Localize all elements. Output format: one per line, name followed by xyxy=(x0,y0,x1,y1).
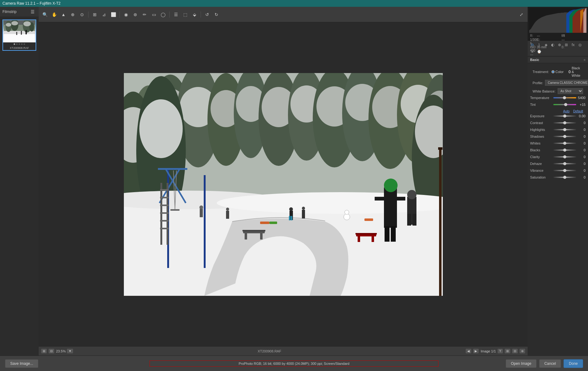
temperature-row: Temperature 5400 xyxy=(530,95,586,100)
radial-filter-button[interactable]: ◯ xyxy=(159,11,167,18)
masking-button[interactable]: ⬙ xyxy=(191,11,198,18)
contrast-slider[interactable] xyxy=(553,122,576,123)
vibrance-row: Vibrance0 xyxy=(530,168,586,173)
open-object-button[interactable]: ⬚ xyxy=(181,11,189,18)
save-image-button[interactable]: Save Image... xyxy=(5,359,38,368)
color-radio-option[interactable]: Color xyxy=(551,70,564,74)
saturation-row: Saturation0 xyxy=(530,175,586,180)
controls-area: Treatment: Color Black & White Profile: … xyxy=(528,63,588,356)
svg-point-74 xyxy=(345,210,349,214)
svg-rect-75 xyxy=(384,188,397,228)
section-title: Basic xyxy=(530,58,539,62)
view-mode-button[interactable]: Y xyxy=(498,349,503,353)
whites-slider[interactable] xyxy=(553,143,576,144)
svg-rect-58 xyxy=(439,149,442,296)
treatment-label: Treatment: xyxy=(533,70,549,74)
rotate-ccw-button[interactable]: ↺ xyxy=(203,11,211,18)
color-sampler-button[interactable]: ⊕ xyxy=(69,11,76,18)
exposure-slider[interactable] xyxy=(553,115,576,117)
highlights-slider[interactable] xyxy=(553,129,576,130)
temperature-slider[interactable] xyxy=(553,97,576,98)
image-counter: Image 1/1 xyxy=(481,349,496,353)
g-value: --- xyxy=(562,38,586,45)
preferences-button[interactable]: ☰ xyxy=(172,11,180,18)
brush-button[interactable]: ✏ xyxy=(141,11,148,18)
next-image-button[interactable]: ▶ xyxy=(473,349,479,353)
bottom-center: XT200908.RAF xyxy=(76,349,463,353)
blacks-slider[interactable] xyxy=(553,149,576,151)
svg-rect-79 xyxy=(385,226,390,242)
histogram-canvas xyxy=(529,8,587,33)
vibrance-label: Vibrance xyxy=(530,169,553,172)
status-info-box: ProPhoto RGB; 16 bit; 6000 by 4000 (24.0… xyxy=(150,360,439,367)
auto-button[interactable]: Auto xyxy=(563,110,570,113)
highlights-row: Highlights0 xyxy=(530,127,586,132)
default-button[interactable]: Default xyxy=(573,110,583,113)
filmstrip-item[interactable]: XT200908.RAF xyxy=(2,19,36,51)
cancel-button[interactable]: Cancel xyxy=(539,359,561,368)
fill-screen-button[interactable]: ⊟ xyxy=(49,349,54,353)
svg-rect-83 xyxy=(407,214,411,226)
toolbar: 🔍 ✋ ▲ ⊕ ⊙ ⊞ ⊿ ⬜ ◉ ⊛ ✏ ▭ ◯ ☰ ⬚ ⬙ ↺ ↻ ⤢ xyxy=(39,7,528,22)
fullscreen-button[interactable]: ⤢ xyxy=(518,11,525,18)
filmstrip-menu-button[interactable]: ☰ xyxy=(29,8,36,15)
loupe-button[interactable]: ⊛ xyxy=(520,349,525,353)
svg-rect-55 xyxy=(355,233,377,235)
svg-point-68 xyxy=(289,207,293,211)
svg-point-73 xyxy=(344,214,350,220)
fit-screen-button[interactable]: ⊞ xyxy=(41,349,47,353)
zoom-control: 23.5% ▼ xyxy=(56,349,73,353)
svg-rect-49 xyxy=(245,233,247,239)
histogram-svg xyxy=(529,8,587,33)
whites-label: Whites xyxy=(530,141,553,145)
bw-radio-option[interactable]: Black & White xyxy=(568,66,583,77)
aperture-value: f/8 xyxy=(562,34,586,37)
shadows-slider[interactable] xyxy=(553,136,576,137)
toolbar-separator-3 xyxy=(169,11,170,18)
filmstrip-dots xyxy=(3,42,36,46)
dehaze-slider[interactable] xyxy=(553,163,576,164)
transform-button[interactable]: ⬜ xyxy=(110,11,117,18)
done-button[interactable]: Done xyxy=(564,359,583,368)
svg-rect-65 xyxy=(226,211,229,219)
tint-slider[interactable] xyxy=(553,104,576,105)
profile-select[interactable]: Camera CLASSIC CHROME xyxy=(545,80,588,86)
section-menu-button[interactable]: ≡ xyxy=(584,58,586,62)
svg-rect-71 xyxy=(302,210,305,218)
bottom-left: ⊞ ⊟ 23.5% ▼ xyxy=(41,349,73,353)
saturation-slider[interactable] xyxy=(553,177,576,178)
zoom-value: 23.5% xyxy=(56,349,66,353)
zoom-dropdown-button[interactable]: ▼ xyxy=(67,349,73,353)
thumbnail-scene xyxy=(3,20,36,42)
saturation-label: Saturation xyxy=(530,175,553,179)
wb-select[interactable]: As Shot xyxy=(558,88,583,94)
title-bar: Camera Raw 11.2.1 – Fujifilm X-T2 xyxy=(0,0,588,7)
straighten-button[interactable]: ⊿ xyxy=(100,11,108,18)
open-image-button[interactable]: Open Image xyxy=(506,359,537,368)
blacks-row: Blacks0 xyxy=(530,148,586,153)
vibrance-slider[interactable] xyxy=(553,170,576,171)
wb-tool-button[interactable]: ▲ xyxy=(60,11,67,18)
hand-tool-button[interactable]: ✋ xyxy=(50,11,58,18)
grad-filter-button[interactable]: ▭ xyxy=(150,11,158,18)
vibrance-value: 0 xyxy=(576,169,586,172)
clarity-slider[interactable] xyxy=(553,156,576,157)
svg-rect-80 xyxy=(391,226,396,242)
compare-button[interactable]: ⊟ xyxy=(512,349,518,353)
spot-heal-button[interactable]: ⊛ xyxy=(132,11,139,18)
clarity-label: Clarity xyxy=(530,155,553,159)
dehaze-label: Dehaze xyxy=(530,162,553,166)
filename-display: XT200908.RAF xyxy=(258,349,281,353)
rotate-cw-button[interactable]: ↻ xyxy=(213,11,220,18)
prev-image-button[interactable]: ◀ xyxy=(466,349,471,353)
toolbar-separator-2 xyxy=(120,11,120,18)
zoom-tool-button[interactable]: 🔍 xyxy=(41,11,49,18)
grid-view-button[interactable]: ⊞ xyxy=(505,349,510,353)
redeye-button[interactable]: ◉ xyxy=(122,11,130,18)
svg-rect-70 xyxy=(291,216,292,220)
svg-rect-11 xyxy=(16,32,17,35)
targeted-adj-button[interactable]: ⊙ xyxy=(78,11,86,18)
crop-tool-button[interactable]: ⊞ xyxy=(91,11,98,18)
svg-rect-51 xyxy=(242,230,265,231)
highlights-slider-wrap xyxy=(553,127,576,132)
